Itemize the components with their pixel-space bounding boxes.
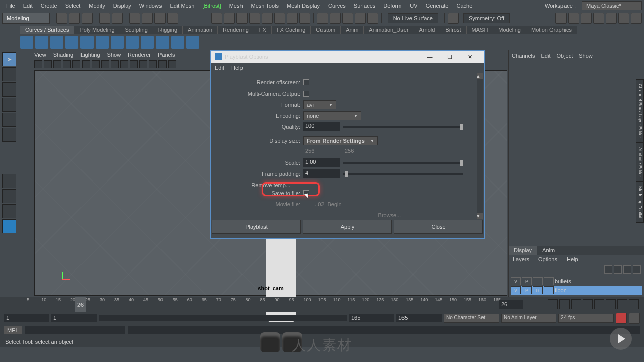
close-button[interactable]: Close	[394, 220, 483, 234]
maya-logo-icon[interactable]	[2, 219, 16, 233]
shelf-tab-arnold[interactable]: Arnold	[414, 26, 441, 34]
layout1-icon[interactable]	[555, 13, 567, 24]
shelf-icon[interactable]	[65, 36, 78, 49]
move-tool-icon[interactable]	[2, 98, 16, 112]
snap2-icon[interactable]	[224, 13, 235, 24]
dlg-help-menu[interactable]: Help	[231, 65, 243, 71]
vtab-attr-editor[interactable]: Attribute Editor	[636, 143, 644, 182]
snap4-icon[interactable]	[249, 13, 260, 24]
menu-uv[interactable]: UV	[406, 1, 421, 10]
display-size-dropdown[interactable]: From Render Settings▼	[303, 136, 378, 145]
timeslider[interactable]: 26 5101520253035404550556065707580859095…	[0, 297, 644, 312]
menu-select[interactable]: Select	[61, 1, 85, 10]
construct-icon[interactable]	[317, 13, 328, 24]
layer-vis[interactable]: V	[511, 286, 521, 294]
sel-mode2-icon[interactable]	[142, 13, 153, 24]
layer-color[interactable]	[544, 277, 554, 285]
save-to-file-check[interactable]	[303, 190, 309, 196]
layout3-icon[interactable]	[581, 13, 592, 24]
vtab-modeling-tk[interactable]: Modeling Toolkit	[636, 182, 644, 223]
menu-display[interactable]: Display	[109, 1, 135, 10]
workspace-dropdown[interactable]: Maya Classic*	[582, 1, 642, 10]
panel-show[interactable]: Show	[107, 52, 121, 58]
menu-create[interactable]: Create	[37, 1, 61, 10]
panel-view[interactable]: View	[34, 52, 46, 58]
current-time-marker[interactable]: 26	[75, 297, 86, 312]
vp-icon[interactable]	[158, 60, 167, 68]
menu-deform[interactable]: Deform	[379, 1, 406, 10]
layers-menu[interactable]: Layers	[513, 256, 529, 263]
new-scene-icon[interactable]	[56, 13, 67, 24]
apply-button[interactable]: Apply	[303, 220, 392, 234]
layout2-icon[interactable]	[568, 13, 579, 24]
shelf-tab-animuser[interactable]: Animation_User	[364, 26, 414, 34]
shelf-tab-fx[interactable]: FX	[254, 26, 272, 34]
shelf-icon[interactable]	[186, 36, 199, 49]
step-back-icon[interactable]	[571, 299, 581, 309]
layer-color[interactable]	[544, 286, 554, 294]
mode-dropdown[interactable]: Modeling	[2, 13, 50, 24]
construct4-icon[interactable]	[355, 13, 366, 24]
menu-meshdisplay[interactable]: Mesh Display	[283, 1, 324, 10]
shelf-tab-sculpt[interactable]: Sculpting	[120, 26, 153, 34]
panel-shading[interactable]: Shading	[53, 52, 73, 58]
minimize-icon[interactable]: —	[420, 51, 440, 63]
vp-icon[interactable]	[44, 60, 52, 68]
construct5-icon[interactable]	[367, 13, 378, 24]
vp-icon[interactable]	[168, 60, 176, 68]
shelf-tab-curves[interactable]: Curves / Surfaces	[20, 26, 74, 34]
panel-panels[interactable]: Panels	[158, 52, 175, 58]
shelf-tab-mograph[interactable]: Motion Graphics	[526, 26, 577, 34]
open-scene-icon[interactable]	[69, 13, 80, 24]
menu-bifrost[interactable]: [Bifrost]	[198, 1, 225, 10]
menu-cache[interactable]: Cache	[453, 1, 477, 10]
shelf-icon[interactable]	[141, 36, 154, 49]
sel-mode-icon[interactable]	[129, 13, 140, 24]
range-start-outer[interactable]: 1	[4, 314, 49, 322]
layer-play[interactable]: P	[522, 277, 532, 285]
scale-tool-icon[interactable]	[2, 128, 16, 142]
vp-icon[interactable]	[34, 60, 42, 68]
vp-icon[interactable]	[53, 60, 61, 68]
prefs-icon[interactable]	[629, 313, 640, 324]
layer-icon1[interactable]	[604, 265, 612, 274]
cb-show[interactable]: Show	[579, 53, 593, 59]
range-end-outer[interactable]: 165	[396, 314, 442, 322]
layer-row[interactable]: V P R floor	[511, 286, 642, 295]
select-tool-icon[interactable]: ➤	[2, 52, 16, 66]
shelf-icon[interactable]	[171, 36, 184, 49]
sel-mode3-icon[interactable]	[154, 13, 166, 24]
layout-four-icon[interactable]	[2, 189, 16, 203]
cmd-lang[interactable]: MEL	[4, 326, 22, 334]
menu-meshtools[interactable]: Mesh Tools	[247, 1, 283, 10]
layer-vis[interactable]: V	[511, 277, 521, 285]
no-live-surface[interactable]: No Live Surface	[388, 13, 438, 23]
shelf-icon[interactable]	[80, 36, 94, 49]
menu-curves[interactable]: Curves	[324, 1, 350, 10]
menu-modify[interactable]: Modify	[85, 1, 109, 10]
range-bar[interactable]	[99, 315, 347, 321]
redo-icon[interactable]	[112, 13, 123, 24]
layout6-icon[interactable]	[618, 13, 629, 24]
shelf-tab-render[interactable]: Rendering	[218, 26, 254, 34]
shelf-tab-rig[interactable]: Rigging	[153, 26, 183, 34]
character-set-dd[interactable]: No Character Set	[444, 314, 499, 323]
padding-slider[interactable]	[343, 173, 463, 175]
fps-dd[interactable]: 24 fps	[558, 314, 614, 323]
range-start-inner[interactable]: 1	[51, 314, 97, 322]
snap5-icon[interactable]	[262, 13, 273, 24]
help-menu[interactable]: Help	[567, 256, 578, 263]
undo-icon[interactable]	[99, 13, 110, 24]
next-key-icon[interactable]	[617, 299, 627, 309]
sel-mode4-icon[interactable]	[167, 13, 178, 24]
layer-play[interactable]: P	[522, 286, 532, 294]
cb-object[interactable]: Object	[556, 53, 573, 59]
current-frame-field[interactable]: 26	[499, 300, 523, 309]
menu-file[interactable]: File	[2, 1, 19, 10]
encoding-dropdown[interactable]: none▼	[303, 111, 361, 120]
anim-layer-dd[interactable]: No Anim Layer	[501, 314, 556, 323]
vp-icon[interactable]	[92, 60, 100, 68]
menu-editmesh[interactable]: Edit Mesh	[166, 1, 198, 10]
tab-anim[interactable]: Anim	[537, 246, 560, 255]
construct3-icon[interactable]	[342, 13, 353, 24]
